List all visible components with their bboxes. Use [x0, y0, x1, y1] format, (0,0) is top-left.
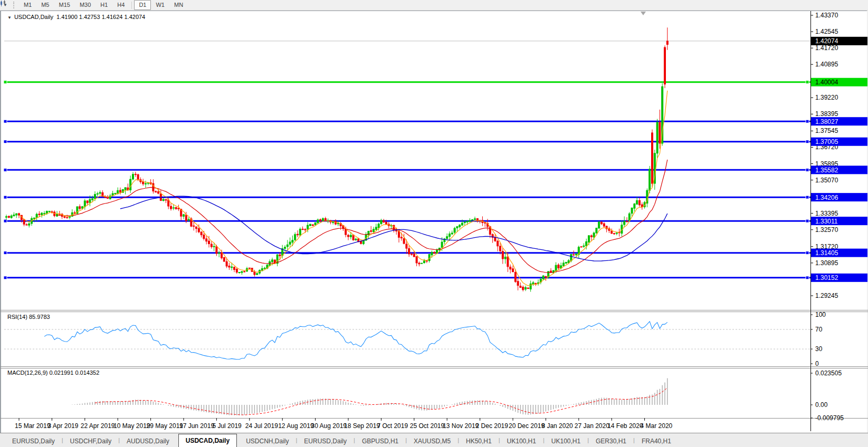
level-handle[interactable]: [4, 196, 7, 199]
svg-text:1.33395: 1.33395: [815, 210, 838, 217]
svg-text:1.39220: 1.39220: [815, 94, 838, 101]
timeframe-button-m15[interactable]: M15: [54, 0, 74, 10]
time-axis-label: 10 May 2019: [113, 422, 150, 430]
level-price-tag: 1.35582: [811, 166, 867, 174]
level-handle[interactable]: [806, 168, 809, 171]
level-handle[interactable]: [4, 276, 7, 279]
symbol-tab-usdcnh-daily[interactable]: USDCNH,Daily: [239, 436, 295, 447]
level-handle[interactable]: [4, 251, 7, 255]
time-axis-label: 30 Aug 2019: [311, 422, 347, 430]
symbol-tab-usdcad-daily[interactable]: USDCAD,Daily: [178, 434, 237, 447]
svg-text:0.00: 0.00: [815, 401, 828, 409]
time-axis-label: 20 Dec 2019: [509, 422, 545, 430]
level-handle[interactable]: [4, 168, 7, 171]
time-axis-label: 25 Oct 2019: [410, 422, 445, 430]
time-axis-label: 2 Dec 2019: [476, 422, 509, 430]
chart-symbol-period: USDCAD,Daily: [14, 14, 53, 20]
trading-terminal: ▼ M1M5M15M30H1H4D1W1MN 1.433701.425451.4…: [0, 0, 868, 447]
symbol-tab-gbpusd-h1[interactable]: GBPUSD,H1: [355, 436, 405, 447]
time-axis-label: 18 Sep 2019: [344, 422, 380, 430]
level-price-tag: 1.34206: [811, 193, 867, 201]
timeframe-button-w1[interactable]: W1: [151, 0, 169, 10]
svg-text:70: 70: [815, 326, 823, 333]
svg-text:1.38395: 1.38395: [815, 110, 838, 118]
level-handle[interactable]: [4, 81, 7, 84]
svg-text:0: 0: [815, 360, 819, 367]
timeframe-button-h1[interactable]: H1: [96, 0, 112, 10]
timeframe-button-d1[interactable]: D1: [134, 0, 151, 10]
level-handle[interactable]: [4, 219, 7, 222]
level-handle[interactable]: [806, 120, 809, 123]
time-axis-label: 27 Jan 2020: [575, 422, 609, 430]
time-axis-label: 5 Jul 2019: [212, 422, 242, 430]
symbol-tab-uk100-h1[interactable]: UK100,H1: [545, 436, 587, 447]
time-axis-label: 13 Nov 2019: [443, 422, 479, 430]
time-axis-label: 4 Mar 2020: [641, 422, 673, 430]
level-price-tag: 1.38027: [811, 117, 867, 125]
chart-ohlc-readout: 1.41900 1.42753 1.41624 1.42074: [56, 14, 145, 20]
symbol-tab-usdchf-daily[interactable]: USDCHF,Daily: [63, 436, 119, 447]
symbol-tab-xauusd-m5[interactable]: XAUUSD,M5: [407, 436, 457, 447]
time-axis-label: 12 Aug 2019: [278, 422, 314, 430]
symbol-tab-ger30-h1[interactable]: GER30,H1: [589, 436, 633, 447]
svg-text:1.35582: 1.35582: [815, 167, 838, 174]
chart-type-button[interactable]: ▼: [0, 1, 11, 9]
level-handle[interactable]: [806, 81, 809, 84]
current-price-tag: 1.42074: [811, 37, 867, 45]
level-handle[interactable]: [4, 120, 7, 123]
symbol-tab-eurusd-daily[interactable]: EURUSD,Daily: [297, 436, 354, 447]
svg-text:1.41720: 1.41720: [815, 44, 838, 52]
candlestick-chart-icon: [0, 0, 7, 7]
svg-text:1.38027: 1.38027: [815, 118, 838, 125]
chart-canvas[interactable]: 1.433701.425451.417201.408951.392201.383…: [0, 0, 868, 447]
svg-text:1.34206: 1.34206: [815, 194, 838, 201]
toolbar-grip[interactable]: [13, 2, 16, 8]
svg-text:1.29245: 1.29245: [815, 292, 838, 299]
timeframe-button-m1[interactable]: M1: [19, 0, 36, 10]
level-handle[interactable]: [806, 276, 809, 279]
level-handle[interactable]: [806, 219, 809, 222]
svg-text:1.42545: 1.42545: [815, 28, 838, 35]
svg-text:1.40895: 1.40895: [815, 61, 838, 68]
time-axis-label: 29 May 2019: [147, 422, 184, 430]
symbol-tab-hk50-h1[interactable]: HK50,H1: [459, 436, 499, 447]
symbol-tab-fra40-h1[interactable]: FRA40,H1: [635, 436, 678, 447]
timeframe-button-m30[interactable]: M30: [75, 0, 96, 10]
symbol-tab-eurusd-daily[interactable]: EURUSD,Daily: [5, 436, 62, 447]
level-handle[interactable]: [806, 140, 809, 143]
time-axis-label: 14 Feb 2020: [607, 422, 643, 430]
symbol-tab-bar: EURUSD,Daily|USDCHF,Daily|AUDUSD,DailyUS…: [0, 433, 868, 447]
timeframe-button-h4[interactable]: H4: [112, 0, 129, 10]
timeframe-toolbar: ▼ M1M5M15M30H1H4D1W1MN: [0, 0, 868, 11]
level-handle[interactable]: [4, 140, 7, 143]
level-handle[interactable]: [806, 251, 809, 255]
symbol-tab-audusd-daily[interactable]: AUDUSD,Daily: [120, 436, 176, 447]
symbol-tab-uk100-h1[interactable]: UK100,H1: [500, 436, 543, 447]
level-price-tag: 1.33011: [811, 217, 867, 225]
time-axis-label: 17 Jun 2019: [179, 422, 214, 430]
svg-text:1.31405: 1.31405: [815, 249, 838, 257]
macd-indicator-label: MACD(12,26,9) 0.021991 0.014352: [7, 370, 99, 376]
svg-text:1.35070: 1.35070: [815, 177, 838, 184]
svg-text:1.30895: 1.30895: [815, 259, 838, 267]
svg-text:1.30152: 1.30152: [815, 274, 838, 281]
svg-text:1.37545: 1.37545: [815, 127, 838, 134]
time-axis-label: 7 Oct 2019: [377, 422, 408, 430]
level-price-tag: 1.31405: [811, 249, 867, 257]
time-axis-label: 24 Jul 2019: [245, 422, 278, 430]
svg-text:1.43370: 1.43370: [815, 12, 838, 19]
svg-text:1.42074: 1.42074: [815, 37, 838, 45]
svg-text:100: 100: [815, 311, 826, 318]
time-axis-label: 8 Jan 2020: [541, 422, 573, 430]
svg-text:1.32570: 1.32570: [815, 226, 838, 234]
level-price-tag: 1.30152: [811, 274, 867, 282]
timeframe-button-m5[interactable]: M5: [36, 0, 54, 10]
timeframe-button-mn[interactable]: MN: [169, 0, 188, 10]
svg-text:1.33011: 1.33011: [815, 218, 838, 225]
time-axis-label: 15 Mar 2019: [15, 422, 51, 430]
level-handle[interactable]: [806, 196, 809, 199]
svg-text:1.40004: 1.40004: [815, 79, 838, 86]
chart-title: ▼USDCAD,Daily 1.41900 1.42753 1.41624 1.…: [7, 14, 145, 20]
svg-text:-0.009795: -0.009795: [815, 414, 844, 422]
chart-context-caret[interactable]: ▼: [7, 15, 12, 20]
